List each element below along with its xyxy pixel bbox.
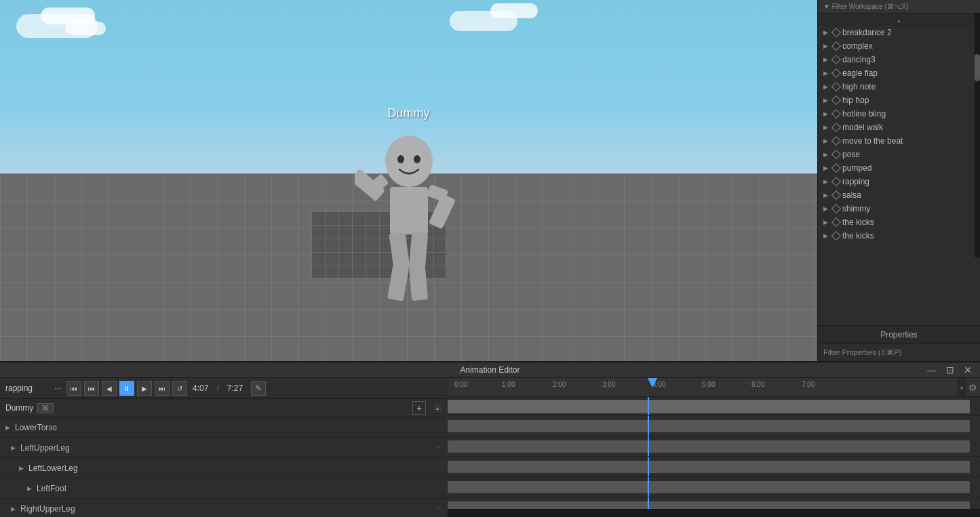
tree-item-the-kicks[interactable]: ▶ the kicks (818, 229, 980, 243)
track-arrow-icon[interactable]: ▶ (5, 424, 12, 431)
tree-item-rapping[interactable]: ▶ rapping (818, 175, 980, 188)
anim-minimize-btn[interactable]: — (924, 364, 939, 376)
tree-item-label: eagle flap (842, 68, 878, 78)
track-row-right-upper-leg: ▶ RightUpperLeg ··· (0, 499, 448, 517)
track-scroll-up-btn[interactable]: ▲ (433, 403, 442, 413)
anim-more-btn[interactable]: ··· (52, 384, 64, 393)
tree-item-pose[interactable]: ▶ pose (818, 148, 980, 161)
viewport-background: Dummy (0, 0, 817, 361)
svg-rect-12 (408, 232, 428, 270)
scroll-up-area[interactable]: ▲ (818, 15, 980, 26)
track-arrow-icon[interactable]: ▶ (27, 485, 34, 492)
track-arrow-icon[interactable]: ▶ (19, 465, 26, 472)
track-row-left-foot: ▶ LeftFoot ··· (0, 478, 448, 499)
track-bar-4 (448, 481, 970, 493)
filter-workspace-label: ▼ Filter Workspace (⌘⌥X) (823, 3, 909, 10)
tree-diamond-icon (831, 109, 841, 119)
tree-item-label: salsa (842, 190, 861, 200)
anim-close-btn[interactable]: ✕ (961, 364, 975, 376)
cloud-5 (490, 3, 538, 18)
filter-properties: Filter Properties (⇧⌘P) (818, 344, 980, 361)
anim-editor-header: Animation Editor — ⊡ ✕ (0, 363, 980, 378)
tree-diamond-icon (831, 55, 841, 64)
tree-item-model-walk[interactable]: ▶ model walk (818, 121, 980, 134)
play-pause-btn[interactable]: ⏸ (119, 381, 134, 396)
tree-item-label: the kicks (842, 231, 874, 241)
anim-editor-title: Animation Editor (460, 365, 520, 375)
playhead-5 (648, 497, 649, 509)
tree-arrow-icon: ▶ (823, 219, 830, 226)
tree-item-label: complex (842, 41, 873, 51)
tree-item-label: high note (842, 82, 876, 91)
tree-diamond-icon (831, 150, 841, 159)
edit-time-btn[interactable]: ✎ (251, 381, 266, 396)
track-more-btn[interactable]: ··· (437, 484, 442, 492)
anim-timeline: 0:00 1:00 2:00 3:00 4:00 5:00 6:00 7:00 … (448, 378, 980, 517)
tree-item-move-to-the-beat[interactable]: ▶ move to the beat (818, 134, 980, 148)
track-more-btn[interactable]: ··· (437, 505, 442, 512)
playhead-3 (648, 457, 649, 476)
tree-arrow-icon: ▶ (823, 151, 830, 158)
properties-section: Properties (818, 326, 980, 344)
add-track-btn[interactable]: + (412, 401, 426, 415)
tree-diamond-icon (831, 41, 841, 51)
right-panel-scrollbar[interactable] (975, 14, 980, 257)
tree-item-complex[interactable]: ▶ complex (818, 39, 980, 53)
track-bar-2 (448, 440, 970, 453)
tree-item-salsa[interactable]: ▶ salsa (818, 188, 980, 202)
svg-rect-10 (389, 231, 410, 270)
playhead-line-main (648, 397, 649, 415)
tree-diamond-icon (831, 204, 841, 213)
tree-diamond-icon (831, 177, 841, 186)
prev-keyframe-btn[interactable]: ◀ (102, 381, 117, 396)
anim-maximize-btn[interactable]: ⊡ (943, 364, 957, 376)
tree-diamond-icon (831, 190, 841, 200)
tree-diamond-icon (831, 68, 841, 78)
tree-arrow-icon: ▶ (823, 29, 830, 36)
svg-rect-9 (428, 193, 455, 229)
tree-item-pumped[interactable]: ▶ pumped (818, 161, 980, 175)
tree-item-eagle-flap[interactable]: ▶ eagle flap (818, 66, 980, 80)
step-back-btn[interactable]: ⏮ (84, 381, 99, 396)
track-more-btn[interactable]: ··· (437, 423, 442, 431)
ruler-2: 2:00 (553, 381, 566, 388)
playhead-1 (648, 416, 649, 436)
tree-item-shimmy[interactable]: ▶ shimmy (818, 202, 980, 215)
ruler-0: 0:00 (454, 381, 467, 388)
playhead-2 (648, 436, 649, 456)
track-row-left-lower-leg: ▶ LeftLowerLeg ··· (0, 458, 448, 478)
tree-item-dancing3[interactable]: ▶ dancing3 (818, 53, 980, 66)
ik-badge[interactable]: IK (37, 403, 53, 413)
skip-forward-btn[interactable]: ⏭ (155, 381, 170, 396)
timeline-track-3 (448, 457, 980, 477)
timeline-track-2 (448, 436, 980, 457)
timeline-scrollbar[interactable] (448, 509, 980, 517)
tree-item-hotline-bling[interactable]: ▶ hotline bling (818, 107, 980, 121)
right-panel: ▼ Filter Workspace (⌘⌥X) ▲ ▶ breakdance … (817, 0, 980, 361)
loop-btn[interactable]: ↺ (172, 381, 187, 396)
track-more-btn[interactable]: ··· (437, 464, 442, 472)
skip-back-btn[interactable]: ⏮ (66, 381, 81, 396)
cloud-3 (65, 22, 106, 35)
tree-diamond-icon (831, 96, 841, 105)
next-keyframe-btn[interactable]: ▶ (137, 381, 152, 396)
track-more-btn[interactable]: ··· (437, 444, 442, 451)
tree-item-hip-hop[interactable]: ▶ hip hop (818, 94, 980, 107)
tree-item-breakdance-2[interactable]: ▶ breakdance 2 (818, 26, 980, 39)
track-arrow-icon[interactable]: ▶ (11, 505, 18, 512)
ruler-3: 3:00 (602, 381, 615, 388)
track-bar-3 (448, 461, 970, 473)
animation-editor: Animation Editor — ⊡ ✕ rapping ··· ⏮ ⏮ ◀… (0, 361, 980, 517)
timeline-gear-btn[interactable]: ⚙ (968, 382, 977, 393)
timeline-scroll-right[interactable]: ▲ (957, 378, 966, 396)
tree-arrow-icon: ▶ (823, 165, 830, 171)
scrollbar-thumb[interactable] (975, 54, 980, 81)
tree-item-high-note[interactable]: ▶ high note (818, 80, 980, 94)
filter-workspace-header: ▼ Filter Workspace (⌘⌥X) (818, 0, 980, 14)
ruler-7: 7:00 (802, 381, 815, 388)
tree-diamond-icon (831, 231, 841, 241)
timeline-track-1 (448, 416, 980, 436)
timeline-ruler[interactable]: 0:00 1:00 2:00 3:00 4:00 5:00 6:00 7:00 (448, 378, 980, 396)
tree-item-the-kicks[interactable]: ▶ the kicks (818, 215, 980, 229)
track-arrow-icon[interactable]: ▶ (11, 444, 18, 451)
